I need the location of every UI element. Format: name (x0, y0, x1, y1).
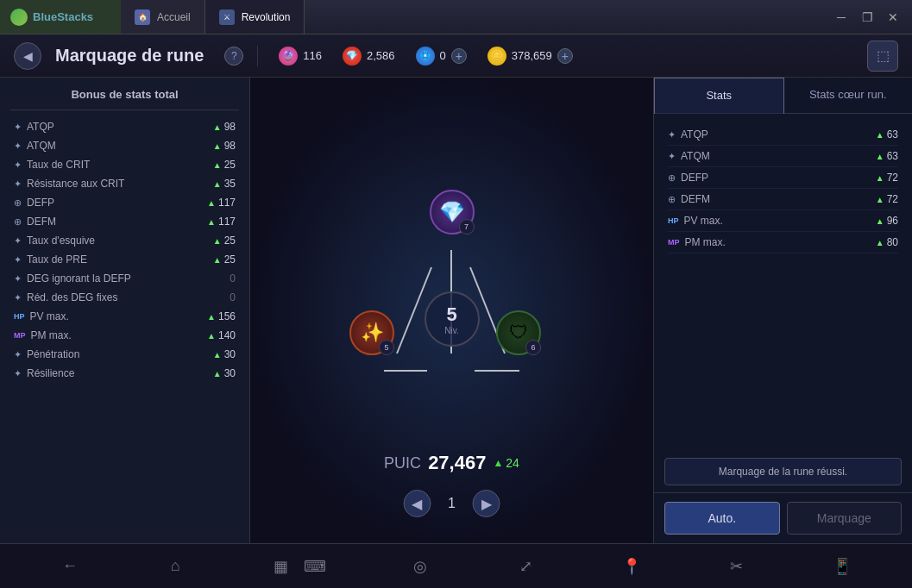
logout-button[interactable]: ⬚ (867, 41, 898, 72)
stat-row-esquive: ✦ Taux d'esquive ▲25 (0, 231, 249, 250)
stat-row-pm: MP PM max. ▲140 (0, 326, 249, 345)
taskbar-home-button[interactable]: ⌂ (160, 551, 191, 582)
right-pv-icon: HP (668, 216, 679, 225)
stat-row-deg-fixes: ✦ Réd. des DEG fixes 0 (0, 288, 249, 307)
right-defm-icon: ⊕ (668, 194, 676, 205)
right-pv-up-icon: ▲ (876, 216, 884, 226)
taskbar-grid-button[interactable]: ▦ (265, 551, 296, 582)
app-logo: BlueStacks (0, 0, 121, 34)
stat-row-defm: ⊕ DEFM ▲117 (0, 212, 249, 231)
resource-bar: ◀ Marquage de rune ? 🔮 116 💎 2,586 💠 0 +… (0, 34, 912, 78)
res-crit-icon: ✦ (14, 178, 22, 190)
right-atqm-icon: ✦ (668, 151, 676, 162)
right-stat-atqm: ✦ ATQM ▲ 63 (668, 146, 898, 167)
pre-icon: ✦ (14, 254, 22, 266)
resource-gold-group: 🪙 378,659 + (487, 47, 573, 66)
resource-gold-plus[interactable]: + (557, 48, 573, 64)
deg-defp-icon: ✦ (14, 273, 22, 285)
taskbar-back-button[interactable]: ← (54, 551, 85, 582)
resource-gold-icon: 🪙 (487, 47, 506, 66)
taskbar-expand-button[interactable]: ⤢ (511, 551, 542, 582)
center-node-label: Niv. (444, 326, 458, 335)
resource-red-group: 💎 2,586 (343, 47, 395, 66)
pv-icon: HP (14, 312, 25, 321)
right-stat-pv: HP PV max. ▲ 96 (668, 210, 898, 232)
resource-red-icon: 💎 (343, 47, 362, 66)
stat-row-res-crit: ✦ Résistance aux CRIT ▲35 (0, 174, 249, 193)
crit-icon: ✦ (14, 160, 22, 171)
resource-red-value: 2,586 (367, 49, 395, 62)
stat-row-penetration: ✦ Pénétration ▲30 (0, 345, 249, 364)
stat-row-resilience: ✦ Résilience ▲30 (0, 364, 249, 383)
center-node-number: 5 (446, 303, 456, 326)
taskbar-location-button[interactable]: 📍 (616, 551, 647, 582)
rune-right-gem-icon: 🛡 (509, 322, 528, 344)
pm-icon: MP (14, 331, 26, 340)
tab-stats[interactable]: Stats (654, 78, 784, 114)
puic-display: PUIC 27,467 ▲ 24 (384, 452, 519, 474)
right-pm-up-icon: ▲ (876, 238, 884, 247)
nav-next-button[interactable]: ▶ (473, 490, 500, 517)
right-defp-icon: ⊕ (668, 172, 676, 184)
puic-label: PUIC (384, 454, 421, 472)
resource-blue-icon: 💠 (416, 47, 435, 66)
auto-button[interactable]: Auto. (664, 502, 780, 535)
title-bar: BlueStacks 🏠 Accueil ⚔ Revolution ─ ❐ ✕ (0, 0, 912, 34)
right-defp-up-icon: ▲ (876, 173, 884, 183)
right-stat-defp: ⊕ DEFP ▲ 72 (668, 167, 898, 189)
right-panel: Stats Stats cœur run. ✦ ATQP ▲ 63 ✦ ATQM (653, 78, 912, 543)
stat-row-deg-defp: ✦ DEG ignorant la DEFP 0 (0, 269, 249, 288)
rune-left-badge: 5 (379, 340, 394, 355)
rune-right-badge: 6 (525, 340, 541, 355)
defp-icon: ⊕ (14, 197, 22, 209)
right-atqp-icon: ✦ (668, 129, 676, 141)
stat-row-pv: HP PV max. ▲156 (0, 307, 249, 326)
atqm-icon: ✦ (14, 141, 22, 152)
marquage-button[interactable]: Marquage (787, 502, 903, 535)
atqp-icon: ✦ (14, 122, 22, 133)
tab-revolution[interactable]: ⚔ Revolution (205, 0, 305, 34)
stat-row-atqp: ✦ ATQP ▲98 (0, 117, 249, 136)
success-message: Marquage de la rune réussi. (664, 458, 902, 485)
rune-node-top[interactable]: 💎 7 (430, 190, 475, 235)
center-node: 5 Niv. (425, 291, 480, 347)
stat-row-atqm: ✦ ATQM ▲98 (0, 136, 249, 155)
taskbar-keyboard-group: ▦ ⌨ (265, 551, 330, 582)
puic-arrow-icon: ▲ (493, 457, 503, 469)
resource-gold-value: 378,659 (512, 49, 552, 62)
rune-node-right[interactable]: 🛡 6 (496, 310, 541, 355)
nav-prev-button[interactable]: ◀ (403, 490, 431, 517)
taskbar-keyboard-button[interactable]: ⌨ (299, 551, 330, 582)
stat-row-defp: ⊕ DEFP ▲117 (0, 193, 249, 212)
right-atqp-up-icon: ▲ (876, 130, 884, 140)
minimize-button[interactable]: ─ (829, 5, 853, 29)
help-button[interactable]: ? (224, 47, 243, 66)
right-pm-icon: MP (668, 238, 680, 247)
stat-row-pre: ✦ Taux de PRE ▲25 (0, 250, 249, 269)
taskbar-device-button[interactable]: 📱 (827, 551, 858, 582)
penetration-icon: ✦ (14, 349, 22, 360)
tab-accueil-icon: 🏠 (135, 9, 150, 25)
back-button[interactable]: ◀ (14, 42, 41, 70)
close-button[interactable]: ✕ (881, 5, 905, 29)
deg-fixes-icon: ✦ (14, 292, 22, 303)
resource-blue-value: 0 (440, 49, 446, 62)
taskbar-cut-button[interactable]: ✂ (721, 551, 752, 582)
taskbar-camera-button[interactable]: ◎ (405, 551, 436, 582)
page-title: Marquage de rune (55, 46, 204, 66)
tab-accueil[interactable]: 🏠 Accueil (121, 0, 205, 34)
maximize-button[interactable]: ❐ (855, 5, 879, 29)
nav-page-number: 1 (448, 496, 456, 511)
puic-delta: ▲ 24 (493, 456, 519, 470)
app-name: BlueStacks (33, 10, 93, 23)
nav-bar: ◀ 1 ▶ (403, 490, 500, 517)
resource-blue-plus[interactable]: + (451, 48, 467, 64)
tab-stats-coeur[interactable]: Stats cœur run. (784, 78, 913, 113)
right-atqm-up-icon: ▲ (876, 152, 884, 161)
stats-grid: ✦ ATQP ▲ 63 ✦ ATQM ▲ 63 (654, 114, 912, 451)
defm-icon: ⊕ (14, 216, 22, 228)
center-area: 💎 7 ✨ 5 🛡 6 5 Niv. PUIC 27,467 (250, 78, 653, 543)
rune-node-left[interactable]: ✨ 5 (349, 310, 394, 355)
logo-icon (10, 9, 28, 26)
right-stat-defm: ⊕ DEFM ▲ 72 (668, 189, 898, 210)
